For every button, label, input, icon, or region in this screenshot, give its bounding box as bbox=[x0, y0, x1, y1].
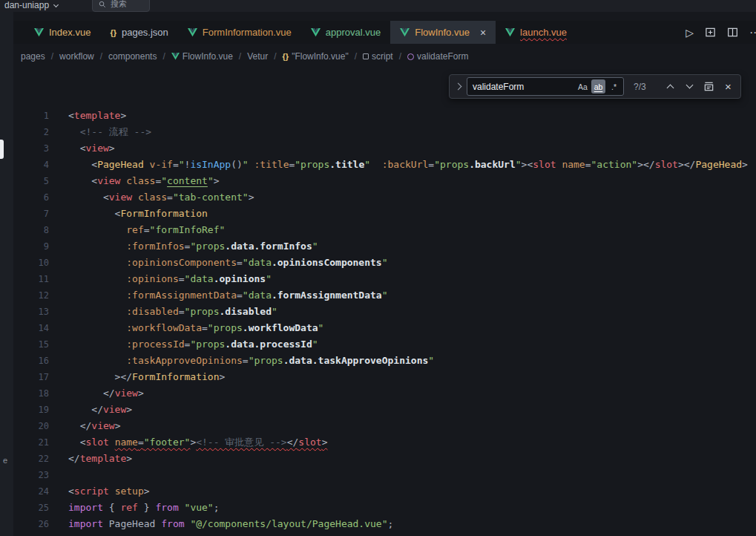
breadcrumb-label: pages bbox=[21, 51, 45, 62]
breadcrumb-item-workflow[interactable]: workflow bbox=[59, 51, 94, 62]
tab-launch-vue[interactable]: launch.vue bbox=[496, 21, 576, 44]
code-line[interactable]: 4 <PageHead v-if="!isInApp()" :title="pr… bbox=[13, 157, 756, 173]
braces-icon: {} bbox=[283, 52, 289, 61]
code-line[interactable]: 24<script setup> bbox=[13, 483, 756, 500]
breadcrumb-separator: / bbox=[274, 51, 276, 62]
breadcrumb-item-pages[interactable]: pages bbox=[21, 51, 45, 62]
line-number: 2 bbox=[13, 124, 49, 140]
global-search-box[interactable]: 搜索 bbox=[92, 0, 150, 12]
json-braces-icon: {} bbox=[110, 28, 116, 37]
code-line[interactable]: 22</template> bbox=[13, 451, 756, 467]
code-line[interactable]: 7 <FormInformation bbox=[13, 206, 756, 222]
code-line[interactable]: 5 <view class="content"> bbox=[13, 173, 756, 189]
breadcrumb-label: validateForm bbox=[417, 51, 468, 62]
breadcrumb-separator: / bbox=[355, 51, 357, 62]
editor-group: Index.vue {} pages.json FormInformation.… bbox=[13, 12, 756, 536]
tab-flowinfo-vue[interactable]: FlowInfo.vue × bbox=[390, 21, 496, 44]
line-number: 6 bbox=[13, 189, 49, 206]
code-line[interactable]: 23 bbox=[13, 467, 756, 483]
code-line[interactable]: 15 :processId="props.data.processId" bbox=[13, 336, 756, 353]
code-line[interactable]: 18 </view> bbox=[13, 385, 756, 402]
breadcrumb-item-validateform[interactable]: validateForm bbox=[407, 51, 468, 62]
code-line[interactable]: 19 </view> bbox=[13, 402, 756, 418]
line-number: 24 bbox=[13, 483, 49, 500]
line-number: 10 bbox=[13, 255, 49, 271]
breadcrumb-separator: / bbox=[51, 51, 53, 62]
sidebar-clipped-edge: e bbox=[0, 12, 13, 536]
tab-approval-vue[interactable]: approval.vue bbox=[301, 21, 390, 44]
code-line[interactable]: 26import PageHead from "@/components/lay… bbox=[13, 516, 756, 532]
line-number: 25 bbox=[13, 500, 49, 516]
code-line[interactable]: 25import { ref } from "vue"; bbox=[13, 500, 756, 516]
code-line[interactable]: 3 <view> bbox=[13, 140, 756, 157]
close-icon[interactable]: × bbox=[480, 27, 486, 38]
code-line[interactable]: 20 </view> bbox=[13, 418, 756, 434]
project-menu[interactable]: dan-uniapp bbox=[0, 0, 58, 10]
line-number: 17 bbox=[13, 369, 49, 385]
breadcrumb-label: components bbox=[108, 51, 157, 62]
tab-pages-json[interactable]: {} pages.json bbox=[100, 21, 177, 44]
tab-label: pages.json bbox=[122, 27, 168, 38]
code-line[interactable]: 21 <slot name="footer"><!-- 审批意见 --></sl… bbox=[13, 434, 756, 451]
window-titlebar: dan-uniapp 搜索 bbox=[0, 0, 756, 12]
code-line[interactable]: 12 :formAssignmentData="data.formAssignm… bbox=[13, 287, 756, 304]
breadcrumb-label: workflow bbox=[59, 51, 94, 62]
tab-forminformation-vue[interactable]: FormInformation.vue bbox=[178, 21, 301, 44]
editor-actions: ▷ ⋯ bbox=[678, 21, 756, 44]
tab-label: approval.vue bbox=[326, 27, 381, 38]
line-number: 8 bbox=[13, 222, 49, 238]
find-in-selection-button[interactable] bbox=[701, 79, 717, 94]
run-button[interactable]: ▷ bbox=[686, 27, 694, 39]
line-number: 4 bbox=[13, 157, 49, 173]
toggle-replace-icon[interactable] bbox=[453, 75, 463, 98]
find-query: validateForm bbox=[473, 82, 574, 92]
open-changes-button[interactable] bbox=[705, 27, 716, 38]
match-case-toggle[interactable]: Aa bbox=[576, 79, 590, 94]
breadcrumb-item-script[interactable]: script bbox=[363, 51, 393, 62]
split-editor-icon bbox=[727, 27, 738, 38]
code-editor[interactable]: validateForm Aa ab .* ?/3 × 1<template>2… bbox=[13, 69, 756, 536]
search-icon bbox=[99, 1, 106, 8]
search-label: 搜索 bbox=[111, 0, 127, 10]
close-find-button[interactable]: × bbox=[720, 79, 736, 94]
line-number: 1 bbox=[13, 108, 49, 124]
find-next-button[interactable] bbox=[682, 79, 697, 94]
code-line[interactable]: 9 :formInfos="props.data.formInfos" bbox=[13, 238, 756, 255]
breadcrumb-label: Vetur bbox=[247, 51, 268, 62]
split-editor-button[interactable] bbox=[727, 27, 738, 38]
line-number: 23 bbox=[13, 467, 49, 483]
line-number: 3 bbox=[13, 140, 49, 157]
code-line[interactable]: 1<template> bbox=[13, 108, 756, 124]
breadcrumb-item-flowinfo-file[interactable]: FlowInfo.vue bbox=[171, 51, 233, 62]
breadcrumb-item-flowinfo-symbol[interactable]: {} "FlowInfo.vue" bbox=[283, 51, 349, 62]
line-number: 19 bbox=[13, 402, 49, 418]
vue-icon bbox=[400, 28, 410, 37]
breadcrumb-item-components[interactable]: components bbox=[108, 51, 157, 62]
line-number: 12 bbox=[13, 287, 49, 304]
whole-word-toggle[interactable]: ab bbox=[591, 79, 605, 94]
code-line[interactable]: 11 :opinions="data.opinions" bbox=[13, 271, 756, 287]
breadcrumb-separator: / bbox=[100, 51, 102, 62]
line-number: 26 bbox=[13, 516, 49, 532]
code-line[interactable]: 6 <view class="tab-content"> bbox=[13, 189, 756, 206]
code-line[interactable]: 10 :opinionsComponents="data.opinionsCom… bbox=[13, 255, 756, 271]
active-file-indicator bbox=[0, 140, 4, 159]
code-line[interactable]: 14 :workflowData="props.workflowData" bbox=[13, 320, 756, 336]
code-line[interactable]: 13 :disabled="props.disabled" bbox=[13, 304, 756, 320]
regex-toggle[interactable]: .* bbox=[607, 79, 621, 94]
code-line[interactable]: 8 ref="formInfoRef" bbox=[13, 222, 756, 238]
tab-index-vue[interactable]: Index.vue bbox=[24, 21, 100, 44]
line-number: 15 bbox=[13, 336, 49, 353]
clipped-text-fragment: e bbox=[3, 456, 7, 465]
line-number: 16 bbox=[13, 353, 49, 369]
line-number: 21 bbox=[13, 434, 49, 451]
find-previous-button[interactable] bbox=[663, 79, 678, 94]
breadcrumb-item-vetur[interactable]: Vetur bbox=[247, 51, 268, 62]
line-number: 18 bbox=[13, 385, 49, 402]
code-line[interactable]: 16 :taskApproveOpinions="props.data.task… bbox=[13, 353, 756, 369]
tab-label: Index.vue bbox=[49, 27, 91, 38]
code-line[interactable]: 2 <!-- 流程 --> bbox=[13, 124, 756, 140]
more-actions-button[interactable]: ⋯ bbox=[749, 26, 756, 39]
find-input[interactable]: validateForm Aa ab .* bbox=[467, 77, 624, 96]
code-line[interactable]: 17 ></FormInformation> bbox=[13, 369, 756, 385]
